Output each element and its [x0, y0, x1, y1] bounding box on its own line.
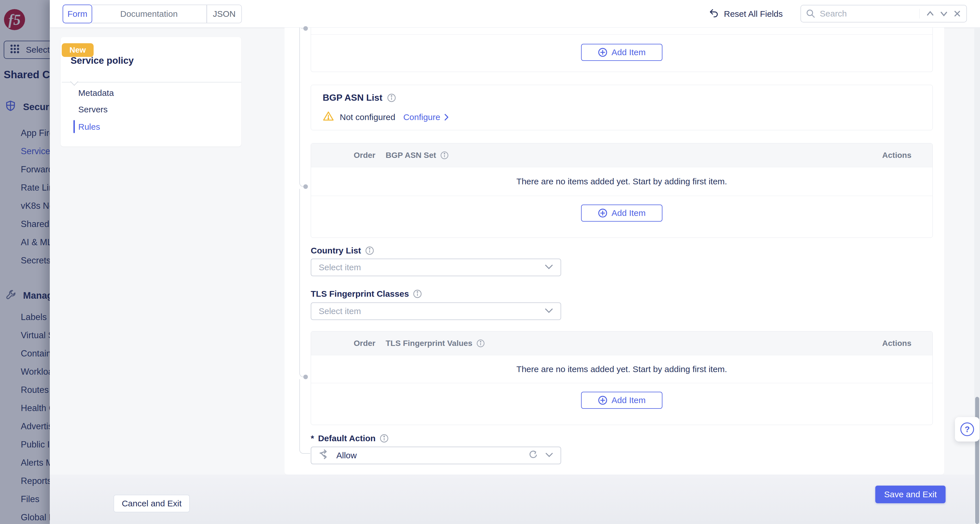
table-row-tail [311, 28, 932, 35]
tree-connector-dot [303, 184, 308, 189]
configure-link[interactable]: Configure [403, 112, 449, 122]
add-item-label: Add Item [611, 48, 646, 57]
empty-table-message: There are no items added yet. Start by a… [311, 355, 932, 383]
chevron-down-icon [545, 452, 553, 459]
tls-fingerprint-values-table: Order TLS Fingerprint Values Actions The… [311, 331, 933, 425]
scrollbar-thumb[interactable] [975, 397, 979, 524]
app-root: f5 Select service Shared Configuration S… [0, 0, 980, 524]
reset-all-fields-button[interactable]: Reset All Fields [708, 0, 783, 28]
wizard-step-metadata[interactable]: Metadata [78, 88, 114, 98]
tree-connector-elbow [299, 445, 310, 454]
tree-connector-line [299, 189, 300, 368]
configure-label: Configure [403, 112, 440, 122]
tab-documentation[interactable]: Documentation [92, 5, 207, 23]
search-icon [805, 8, 816, 19]
default-action-label: * Default Action [311, 433, 389, 443]
bgp-asn-list-title: BGP ASN List [323, 92, 382, 103]
empty-table-message: There are no items added yet. Start by a… [311, 167, 932, 196]
search-input[interactable] [820, 9, 914, 19]
add-item-button[interactable]: Add Item [581, 205, 662, 222]
tree-connector-line [299, 28, 300, 178]
column-order: Order [354, 151, 375, 160]
table-add-row: Add Item [311, 196, 932, 238]
info-icon[interactable] [476, 339, 485, 348]
search-next-icon[interactable] [939, 9, 949, 19]
reset-all-fields-label: Reset All Fields [724, 9, 783, 19]
column-tls-fingerprint-values: TLS Fingerprint Values [385, 339, 473, 348]
info-icon[interactable] [365, 246, 374, 255]
table-header: Order BGP ASN Set Actions [311, 143, 932, 167]
add-item-label: Add Item [611, 395, 646, 405]
status-badge: New [62, 43, 94, 57]
active-step-indicator [73, 120, 75, 133]
required-asterisk: * [311, 433, 314, 443]
tree-connector-dot [303, 375, 308, 379]
question-mark-icon: ? [960, 422, 974, 436]
default-action-select[interactable]: Allow [311, 447, 561, 464]
wizard-nav-card: New Service policy Metadata Servers Rule… [60, 37, 241, 146]
help-button[interactable]: ? [955, 417, 980, 441]
tab-json[interactable]: JSON [207, 5, 242, 23]
save-and-exit-button[interactable]: Save and Exit [875, 486, 945, 503]
wizard-title: Service policy [70, 55, 134, 66]
view-tabs: Form Documentation JSON [63, 5, 242, 23]
wizard-divider [62, 82, 241, 83]
column-bgp-asn-set: BGP ASN Set [385, 151, 436, 160]
default-action-value: Allow [336, 451, 528, 460]
tls-fingerprint-classes-label: TLS Fingerprint Classes [311, 289, 422, 299]
warning-icon [323, 110, 334, 124]
tab-form[interactable]: Form [63, 5, 92, 23]
search-box [800, 5, 967, 22]
modal-topbar: Form Documentation JSON Reset All Fields [50, 0, 980, 28]
field-label: Country List [311, 246, 361, 256]
modal-backdrop [0, 0, 50, 524]
tree-connector-dot [303, 26, 308, 31]
info-icon[interactable] [440, 151, 449, 160]
tree-connector-line [299, 379, 300, 445]
add-item-button[interactable]: Add Item [581, 392, 662, 409]
bgp-asn-set-table: Order BGP ASN Set Actions There are no i… [311, 143, 933, 238]
add-item-label: Add Item [611, 208, 646, 218]
info-icon[interactable] [380, 434, 389, 443]
undo-icon [708, 7, 719, 20]
field-label: TLS Fingerprint Classes [311, 289, 409, 299]
add-item-button[interactable]: Add Item [581, 44, 662, 61]
search-close-icon[interactable] [953, 9, 962, 18]
info-icon[interactable] [413, 289, 422, 299]
wizard-divider-notch [70, 78, 78, 86]
refresh-icon[interactable] [528, 450, 538, 461]
search-prev-icon[interactable] [925, 9, 935, 19]
info-icon[interactable] [387, 93, 396, 102]
country-list-label: Country List [311, 246, 374, 256]
column-actions: Actions [882, 151, 912, 160]
table-add-row: Add Item [311, 35, 932, 72]
wizard-step-rules[interactable]: Rules [78, 122, 100, 132]
field-label: Default Action [318, 433, 375, 443]
chevron-down-icon [545, 264, 553, 271]
table-header: Order TLS Fingerprint Values Actions [311, 332, 932, 355]
not-configured-label: Not configured [340, 112, 395, 122]
country-list-select[interactable]: Select item [311, 259, 561, 276]
cancel-and-exit-button[interactable]: Cancel and Exit [113, 495, 190, 512]
chevron-down-icon [545, 308, 553, 314]
column-order: Order [354, 339, 375, 348]
column-actions: Actions [882, 339, 912, 348]
table-add-row: Add Item [311, 383, 932, 425]
select-placeholder: Select item [319, 306, 545, 316]
wizard-step-servers[interactable]: Servers [78, 105, 108, 114]
bgp-asn-list-card: BGP ASN List Not configured Configure [311, 85, 933, 130]
select-placeholder: Select item [319, 262, 545, 272]
custom-rule-list-table: Add Item [311, 28, 933, 72]
tls-fingerprint-classes-select[interactable]: Select item [311, 302, 561, 320]
branch-action-icon [319, 449, 331, 462]
